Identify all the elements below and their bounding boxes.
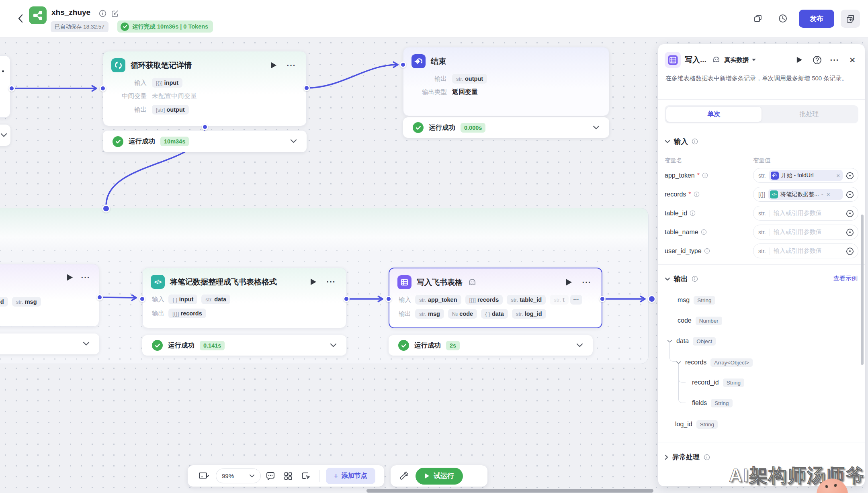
help-icon[interactable] [810,53,824,67]
reference-pill-start[interactable]: 开始 - foldUrl × [769,170,843,181]
view-example-link[interactable]: 查看示例 [833,275,858,282]
exception-section-header[interactable]: 异常处理 [665,452,710,462]
panel-toggle-button[interactable] [841,10,860,28]
param-value-field[interactable]: str. 输入或引用参数值 [753,225,858,239]
publish-button[interactable]: 发布 [799,10,834,28]
plugin-icon [468,278,477,286]
status-pill-loop-child[interactable] [0,333,99,354]
more-icon[interactable]: ··· [580,276,594,288]
port-out-feishu[interactable] [599,296,606,302]
canvas-toolbar: 99% + 添加节点 [188,465,384,487]
more-badges-icon[interactable]: ··· [570,295,583,305]
select-reference-icon[interactable] [846,209,854,217]
port-in-end[interactable] [400,61,406,68]
port-out-loop[interactable] [303,85,310,91]
run-node-icon[interactable] [267,59,279,72]
more-icon[interactable]: ··· [79,271,92,283]
output-label: 输出 [111,106,147,114]
status-pill-end[interactable]: 运行成功 0.000s [403,117,609,138]
close-icon[interactable]: × [845,53,859,67]
param-value-field[interactable]: [{}] </> 将笔记数据整... - × [753,187,858,202]
status-pill-loop[interactable]: 运行成功 10m34s [103,131,307,152]
chevron-down-icon[interactable] [330,342,337,349]
select-area-icon[interactable] [298,468,314,484]
node-end[interactable]: 结束 输出 str.output 输出类型 返回变量 [403,47,609,116]
offscreen-status-pill-top[interactable] [0,125,10,146]
run-node-icon[interactable] [792,53,806,67]
remove-ref-icon[interactable]: × [836,172,840,179]
test-run-button[interactable]: 试运行 [416,468,463,485]
reference-pill-code[interactable]: </> 将笔记数据整... - × [768,189,843,200]
select-reference-icon[interactable] [846,228,854,236]
run-toolbar: 试运行 [391,465,487,487]
port-loop-body[interactable] [202,124,208,130]
mode-tabs: 单次 批处理 [665,105,858,123]
field-placeholder: 输入或引用参数值 [774,247,822,255]
back-button[interactable] [14,12,26,25]
minus-icon[interactable]: - [821,191,823,198]
wrench-icon[interactable] [395,468,411,484]
output-tree-row-log-id: log_idString [665,418,858,430]
port-in-loop[interactable] [100,85,106,92]
divider [658,442,865,442]
run-node-icon[interactable] [563,276,575,288]
edit-title-icon[interactable] [111,10,119,19]
add-node-button[interactable]: + 添加节点 [326,468,375,484]
status-text: 运行成功 [129,137,155,146]
output-section-header[interactable]: 输出 [665,274,698,284]
param-value-field[interactable]: str. 输入或引用参数值 [753,206,858,221]
more-icon[interactable]: ··· [324,276,338,288]
panel-scrollbar[interactable] [861,215,864,365]
success-check-icon [398,340,409,351]
select-reference-icon[interactable] [846,172,854,180]
more-icon[interactable]: ··· [285,59,298,72]
param-name: user_id_type [665,248,710,255]
auto-layout-icon[interactable] [280,468,296,484]
port-out-child[interactable] [96,294,103,301]
tab-batch[interactable]: 批处理 [762,107,857,122]
node-code[interactable]: </> 将笔记数据整理成飞书表格格式 ··· 输入 { }input str.d… [142,268,346,328]
duplicate-icon[interactable] [751,11,765,26]
data-mode-dropdown[interactable]: 真实数据 [725,56,756,64]
port-in-feishu[interactable] [385,296,392,302]
run-node-icon[interactable] [63,271,76,283]
var-badge: str.msg [12,297,41,307]
offscreen-node-loop-child[interactable]: ··· og_id str.msg [0,264,99,327]
run-node-icon[interactable] [307,276,319,288]
select-reference-icon[interactable] [846,190,854,198]
zoom-select[interactable]: 99% [216,468,261,483]
status-pill-code[interactable]: 运行成功 0.141s [142,335,346,356]
canvas-horizontal-scrollbar[interactable] [366,489,653,493]
status-pill-feishu[interactable]: 运行成功 2s [389,335,593,356]
tab-single[interactable]: 单次 [666,107,762,122]
node-loop[interactable]: 循环获取笔记详情 ··· 输入 [{}]input 中间变量 未配置中间变量 输… [103,51,307,126]
param-value-field[interactable]: str. 输入或引用参数值 [753,243,858,258]
input-section-header[interactable]: 输入 [665,137,698,146]
workflow-title: xhs_zhuye [51,8,90,17]
port-in-code[interactable] [139,296,145,302]
port-loop-body-exit[interactable] [648,295,656,303]
view-mode-button[interactable] [193,468,214,484]
chevron-down-icon[interactable] [83,340,90,348]
status-text: 运行成功 [414,341,441,350]
chevron-down-icon[interactable] [576,342,583,349]
port-out[interactable] [8,85,15,92]
comment-icon[interactable] [262,468,278,484]
select-reference-icon[interactable] [846,247,854,255]
var-badge: str.data [201,295,230,304]
port-loop-body-entry[interactable] [102,205,110,213]
chevron-down-icon[interactable] [290,138,297,145]
remove-ref-icon[interactable]: × [827,191,830,198]
chevron-down-icon[interactable] [593,124,600,131]
tree-connector [678,364,686,403]
node-feishu-table[interactable]: 写入飞书表格 ··· 输入 str.app_token [{}]records … [389,268,602,328]
type-badge: Array<Object> [710,358,753,367]
more-icon[interactable]: ··· [828,53,841,67]
port-out-code[interactable] [343,296,350,302]
node-config-panel: 写入... 真实数据 ··· × 在多维表格数据表中新增多条记录，单次调用最多新… [658,44,865,486]
param-value-field[interactable]: str. 开始 - foldUrl × [753,168,858,183]
chevron-down-icon[interactable] [0,132,7,139]
info-icon[interactable] [99,10,106,19]
field-placeholder: 输入或引用参数值 [774,209,822,217]
history-icon[interactable] [776,11,790,26]
